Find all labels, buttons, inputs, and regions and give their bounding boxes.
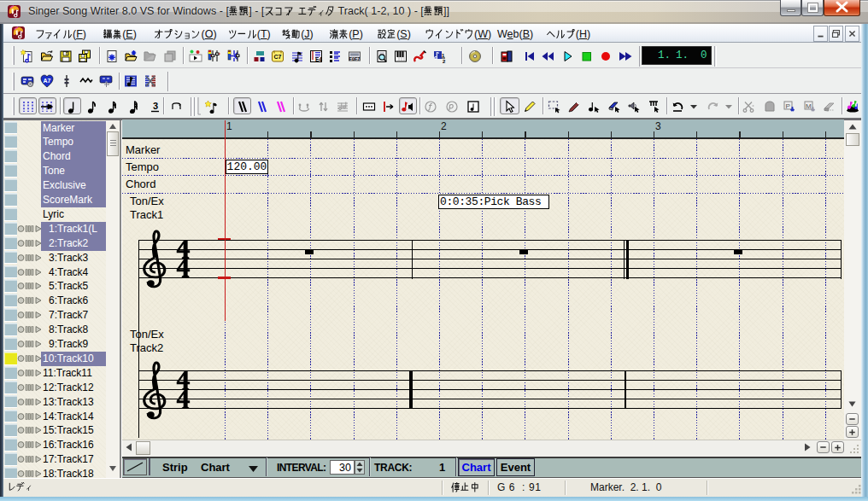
- svg-text:E4: E4: [315, 56, 322, 62]
- svg-text:F0F7: F0F7: [349, 56, 361, 61]
- svg-text:P: P: [786, 102, 790, 110]
- svg-text:A7: A7: [44, 78, 51, 84]
- svg-text:C7: C7: [274, 54, 282, 60]
- svg-text:1: 1: [442, 53, 445, 58]
- svg-text:3: 3: [153, 101, 158, 111]
- svg-text:M: M: [806, 102, 812, 110]
- svg-text:2: 2: [443, 59, 446, 64]
